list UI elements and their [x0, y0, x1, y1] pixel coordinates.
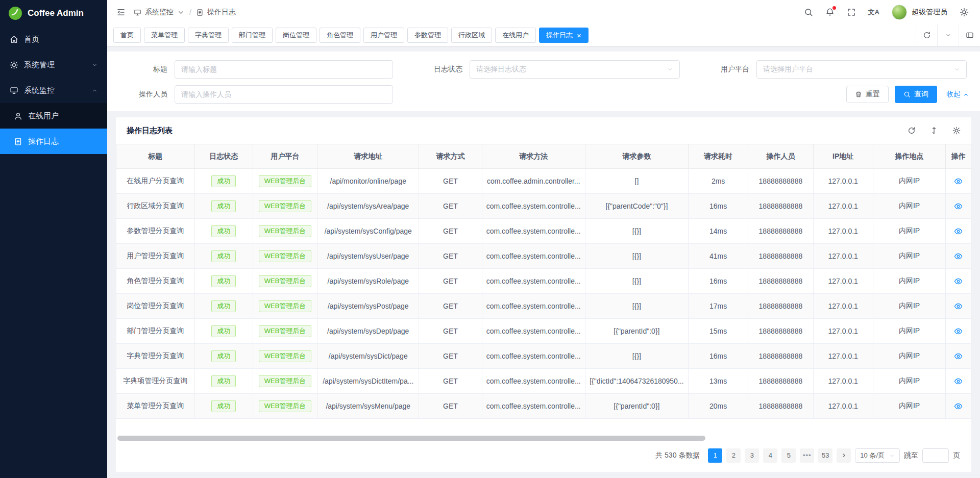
log-status-select[interactable]: 请选择日志状态: [470, 60, 680, 79]
eye-icon[interactable]: [954, 277, 963, 286]
cell-title: 菜单管理分页查询: [116, 394, 195, 419]
status-badge: 成功: [211, 200, 236, 213]
tab-item[interactable]: 字典管理: [188, 28, 229, 43]
tab-item[interactable]: 行政区域: [451, 28, 492, 43]
collapse-filters-link[interactable]: 收起: [946, 90, 969, 99]
cell-url: /api/system/sysDictItem/pa...: [317, 369, 419, 394]
document-icon: [14, 137, 22, 146]
cell-url: /api/system/sysUser/page: [317, 244, 419, 269]
tab-item[interactable]: 在线用户: [495, 28, 536, 43]
table-refresh-button[interactable]: [908, 127, 916, 135]
chevron-down-icon: [954, 66, 960, 72]
tab-item[interactable]: 菜单管理: [144, 28, 185, 43]
breadcrumb: 系统监控 / 操作日志: [134, 8, 236, 17]
eye-icon[interactable]: [954, 302, 963, 311]
sidebar-item-operation-log[interactable]: 操作日志: [0, 129, 107, 154]
cell-title: 字典项管理分页查询: [116, 369, 195, 394]
scrollbar-thumb[interactable]: [117, 436, 705, 441]
tab-item[interactable]: 参数管理: [407, 28, 448, 43]
page-button[interactable]: 3: [745, 448, 759, 463]
tabs-more-button[interactable]: [937, 24, 959, 46]
column-settings-button[interactable]: [952, 127, 961, 135]
sidebar-item-label: 在线用户: [28, 111, 59, 121]
page-button[interactable]: 4: [763, 448, 777, 463]
eye-icon[interactable]: [954, 377, 963, 386]
sidebar-item-system-monitor[interactable]: 系统监控: [0, 78, 107, 103]
table-row: 菜单管理分页查询成功WEB管理后台/api/system/sysMenu/pag…: [116, 394, 971, 419]
eye-icon[interactable]: [954, 252, 963, 261]
table-header-row: 标题日志状态用户平台请求地址请求方式请求方法请求参数请求耗时操作人员IP地址操作…: [116, 144, 971, 169]
notification-dot: [832, 6, 836, 10]
column-header: 请求方式: [419, 144, 482, 169]
cell-ip: 127.0.0.1: [813, 319, 873, 344]
fullscreen-button[interactable]: [847, 8, 856, 17]
eye-icon[interactable]: [954, 202, 963, 211]
next-page-button[interactable]: ›: [837, 448, 851, 463]
eye-icon[interactable]: [954, 177, 963, 186]
translate-button[interactable]: 文A: [868, 8, 879, 17]
platform-badge: WEB管理后台: [259, 375, 312, 388]
tabs-refresh-button[interactable]: [916, 24, 937, 46]
username: 超级管理员: [912, 8, 947, 17]
sidebar-collapse-button[interactable]: [116, 8, 126, 17]
table-row: 岗位管理分页查询成功WEB管理后台/api/system/sysPost/pag…: [116, 294, 971, 319]
jump-page-input[interactable]: [922, 448, 949, 463]
eye-icon[interactable]: [954, 227, 963, 236]
refresh-icon: [923, 31, 931, 39]
reset-button[interactable]: 重置: [846, 86, 889, 103]
sidebar-submenu: 在线用户 操作日志: [0, 103, 107, 154]
row-density-button[interactable]: [930, 127, 938, 135]
sidebar-item-online-users[interactable]: 在线用户: [0, 103, 107, 129]
layout-toggle-button[interactable]: [959, 24, 980, 46]
platform-select[interactable]: 请选择用户平台: [756, 60, 967, 79]
outdent-icon: [116, 8, 126, 17]
title-input[interactable]: [175, 60, 393, 79]
notification-button[interactable]: [825, 8, 835, 17]
column-header: 日志状态: [194, 144, 253, 169]
cell-method: GET: [419, 269, 482, 294]
column-header: 用户平台: [253, 144, 317, 169]
tab-item[interactable]: 首页: [113, 28, 141, 43]
user-menu[interactable]: 超级管理员: [892, 5, 947, 20]
eye-icon[interactable]: [954, 402, 963, 411]
page-button[interactable]: 5: [781, 448, 796, 463]
operator-input[interactable]: [175, 85, 393, 104]
eye-icon[interactable]: [954, 352, 963, 361]
search-icon: [804, 8, 813, 17]
breadcrumb-item[interactable]: 系统监控: [145, 8, 174, 17]
page-size-select[interactable]: 10 条/页: [855, 448, 900, 463]
cell-status: 成功: [194, 294, 253, 319]
table-empty-space: [116, 419, 971, 435]
page-button[interactable]: 1: [708, 448, 722, 463]
sidebar-item-system-management[interactable]: 系统管理: [0, 52, 107, 78]
cell-status: 成功: [194, 219, 253, 244]
cell-location: 内网IP: [873, 194, 946, 219]
cell-duration: 20ms: [688, 394, 748, 419]
cell-method: GET: [419, 169, 482, 194]
column-header: 请求地址: [317, 144, 419, 169]
cell-method: GET: [419, 369, 482, 394]
page-button[interactable]: 53: [818, 448, 832, 463]
sidebar-item-home[interactable]: 首页: [0, 27, 107, 52]
horizontal-scrollbar: [117, 435, 970, 441]
tab-close-icon[interactable]: ×: [577, 32, 581, 39]
cell-location: 内网IP: [873, 319, 946, 344]
main-area: 系统监控 / 操作日志 文A: [107, 0, 980, 478]
table-row: 参数管理分页查询成功WEB管理后台/api/system/sysConfig/p…: [116, 219, 971, 244]
tab-item[interactable]: 操作日志×: [539, 28, 589, 43]
platform-badge: WEB管理后台: [259, 300, 312, 313]
app-logo: Coffee Admin: [0, 0, 107, 27]
tab-item[interactable]: 角色管理: [320, 28, 360, 43]
fullscreen-icon: [847, 8, 856, 17]
eye-icon[interactable]: [954, 327, 963, 336]
search-button[interactable]: [804, 8, 813, 17]
tab-item[interactable]: 用户管理: [363, 28, 404, 43]
query-button[interactable]: 查询: [895, 86, 937, 103]
cell-title: 在线用户分页查询: [116, 169, 195, 194]
settings-button[interactable]: [960, 8, 969, 17]
cell-ip: 127.0.0.1: [813, 269, 873, 294]
tab-item[interactable]: 岗位管理: [276, 28, 316, 43]
tab-label: 字典管理: [195, 31, 222, 40]
tab-item[interactable]: 部门管理: [232, 28, 273, 43]
page-button[interactable]: 2: [726, 448, 741, 463]
